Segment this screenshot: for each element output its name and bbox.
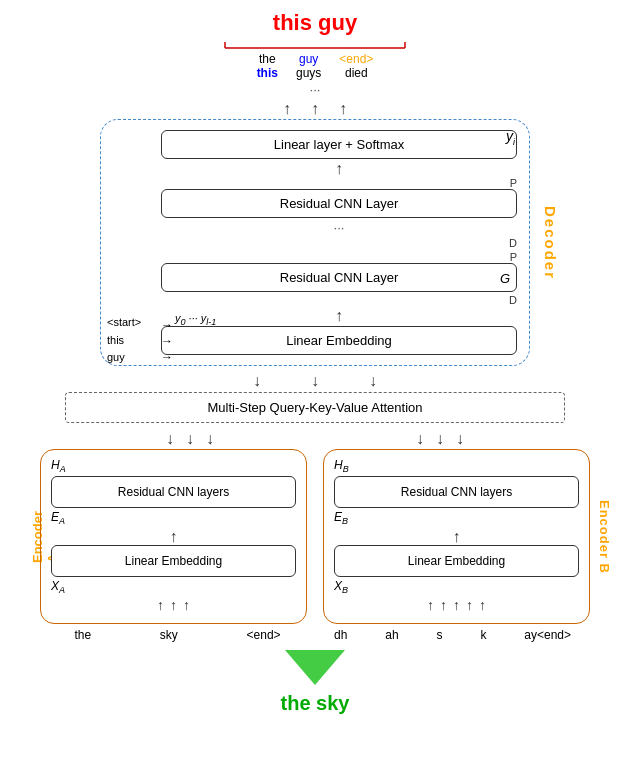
d-label-1: D [161, 237, 517, 249]
arrow-softmax-to-cnn: ↑ [161, 161, 517, 177]
d-label-2: D [161, 294, 517, 306]
arrow-up-1: ↑ [283, 100, 291, 118]
decoder-cnn-text-2: Residual CNN Layer [280, 270, 399, 285]
enc-b-arr2: ↑ [440, 597, 447, 613]
token-end-top: <end> [339, 52, 373, 66]
g-label: G [500, 270, 510, 285]
hb-label: HB [334, 458, 579, 474]
decoder-cnn-box-2: Residual CNN Layer G [161, 263, 517, 292]
enc-a-bottom-arrows: ↑ ↑ ↑ [51, 597, 296, 613]
decoder-softmax-box: Linear layer + Softmax [161, 130, 517, 159]
arrow-d-a-3: ↓ [369, 372, 377, 390]
token-end-a: <end> [247, 628, 281, 642]
arrow-d-a-1: ↓ [253, 372, 261, 390]
eb-label: EB [334, 510, 579, 526]
encoder-b-cnn-box: Residual CNN layers [334, 476, 579, 508]
top-title: this guy [273, 10, 357, 36]
encoder-b-embed-box: Linear Embedding [334, 545, 579, 577]
encoder-a-cnn-box: Residual CNN layers [51, 476, 296, 508]
encoder-b-tokens: dh ah s k ay<end> [315, 628, 590, 642]
yi-label: yi [506, 128, 515, 147]
enc-b-arr5: ↑ [479, 597, 486, 613]
enc-b-arr1: ↑ [427, 597, 434, 613]
arrow-a-e3: ↓ [206, 430, 214, 448]
token-dh: dh [334, 628, 347, 642]
ea-label: EA [51, 510, 296, 526]
token-guy: guy [296, 52, 321, 66]
decoder-cnn-box-1: Residual CNN Layer [161, 189, 517, 218]
guy-token: guy [107, 349, 141, 367]
decoder-inputs: <start> this guy [107, 326, 141, 355]
enc-b-bottom-arrows: ↑ ↑ ↑ ↑ ↑ [334, 597, 579, 613]
bracket-svg [215, 38, 415, 50]
arrow-d-a-2: ↓ [311, 372, 319, 390]
this-token: this [107, 332, 141, 350]
top-dots: ··· [310, 82, 321, 97]
arrows-decoder-to-attn: ↓ ↓ ↓ [253, 372, 377, 390]
ha-label: HA [51, 458, 296, 474]
arrow-a-e2: ↓ [186, 430, 194, 448]
arrows-attn-enc-a: ↓ ↓ ↓ [166, 430, 214, 448]
encoder-a-tokens: the sky <end> [40, 628, 315, 642]
start-token: <start> [107, 314, 141, 332]
svg-marker-3 [285, 650, 345, 685]
arrows-out-decoder: ↑ ↑ ↑ [283, 100, 347, 118]
y-seq-label: y0 ··· yl-1 [175, 312, 216, 327]
attention-box: Multi-Step Query-Key-Value Attention [65, 392, 565, 423]
decoder-label: Decoder [542, 205, 559, 279]
encoder-a-block: HA Residual CNN layers EA ↑ Linear Embed… [40, 449, 307, 624]
big-green-arrow [280, 650, 350, 686]
arrow-b-e1: ↓ [416, 430, 424, 448]
arrow-up-3: ↑ [339, 100, 347, 118]
xb-label: XB [334, 579, 579, 595]
token-this: this [257, 66, 278, 80]
encoder-a-embed-box: Linear Embedding [51, 545, 296, 577]
p-label-1: P [161, 177, 517, 189]
bottom-tokens-row: the sky <end> dh ah s k ay<end> [40, 628, 590, 642]
diagram-container: this guy the this guy guys <end> died ··… [0, 0, 630, 770]
encoder-b-block: HB Residual CNN layers EB ↑ Linear Embed… [323, 449, 590, 624]
decoder-input-arrows: → → → [161, 326, 173, 355]
token-ay: ay<end> [524, 628, 571, 642]
token-row: the this guy guys <end> died [257, 52, 374, 80]
bottom-title: the sky [281, 692, 350, 715]
decoder-dots: ··· [161, 220, 517, 235]
arrow-b-e3: ↓ [456, 430, 464, 448]
token-s: s [436, 628, 442, 642]
decoder-block: Decoder yi Linear layer + Softmax ↑ P Re… [100, 119, 530, 366]
right-arrow-2: → [161, 334, 173, 348]
decoder-embed-box: Linear Embedding [161, 326, 517, 355]
token-guys: guys [296, 66, 321, 80]
enc-b-arr4: ↑ [466, 597, 473, 613]
encoder-b-label: Encoder B [597, 500, 612, 574]
token-the: the [257, 52, 278, 66]
token-ah: ah [385, 628, 398, 642]
big-arrow-container [280, 650, 350, 686]
enc-a-arr2: ↑ [170, 597, 177, 613]
arrows-attn-to-enc: ↓ ↓ ↓ ↓ ↓ ↓ [65, 430, 565, 448]
xa-label: XA [51, 579, 296, 595]
token-k: k [480, 628, 486, 642]
right-arrow-1: → [161, 318, 173, 332]
arrow-enc-a-up: ↑ [51, 529, 296, 545]
arrow-enc-b-up: ↑ [334, 529, 579, 545]
enc-b-arr3: ↑ [453, 597, 460, 613]
arrow-up-2: ↑ [311, 100, 319, 118]
arrows-attn-enc-b: ↓ ↓ ↓ [416, 430, 464, 448]
token-died: died [339, 66, 373, 80]
arrow-b-e2: ↓ [436, 430, 444, 448]
p-label-2: P [161, 251, 517, 263]
enc-a-arr1: ↑ [157, 597, 164, 613]
token-sky-a: sky [160, 628, 178, 642]
arrow-a-e1: ↓ [166, 430, 174, 448]
enc-a-arr3: ↑ [183, 597, 190, 613]
right-arrow-3: → [161, 350, 173, 364]
token-the-a: the [74, 628, 91, 642]
encoders-row: EncoderA HA Residual CNN layers EA ↑ Lin… [40, 449, 590, 624]
